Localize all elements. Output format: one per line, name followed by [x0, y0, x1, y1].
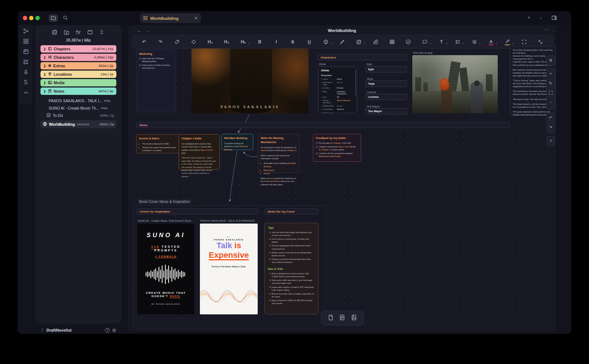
new-page-icon[interactable]: [328, 314, 334, 322]
canvas-area[interactable]: ← → Worldbuilding ··· ↶ ↷ H₂ H₃ Hₙ▾ B I …: [128, 25, 556, 332]
underline-icon[interactable]: U: [305, 38, 313, 46]
redo-icon[interactable]: ↷: [156, 38, 165, 46]
format-paint-icon[interactable]: [173, 38, 181, 46]
file-row-suno-png[interactable]: SUNO AI - Create Music Th... PNG: [40, 104, 116, 112]
property-row[interactable]: ≡NameOlivia: [321, 78, 355, 80]
expand-collapse-icon[interactable]: [99, 29, 105, 35]
text-document-icon[interactable]: [339, 314, 345, 322]
note-editor-feedback[interactable]: Feedback by my Editor Fix the pace in Ch…: [313, 134, 361, 162]
note-meridian-building[interactable]: Meridian Building Complete writing the b…: [221, 134, 253, 150]
canvas-help-icon[interactable]: ?: [547, 136, 555, 146]
chevron-right-icon[interactable]: ❯: [43, 73, 46, 76]
chevron-right-icon[interactable]: ❯: [43, 81, 46, 85]
gear-icon[interactable]: ⚙: [547, 56, 555, 65]
zoom-in-icon[interactable]: +: [547, 69, 555, 78]
right-sidebar-toggle-icon[interactable]: [551, 15, 557, 22]
help-icon[interactable]: ?: [105, 328, 110, 333]
microphone-icon[interactable]: [23, 69, 29, 75]
talk-is-expensive-cover-image[interactable]: BY PANOS SAKALAKIS Talk is Expensive The…: [200, 224, 258, 314]
file-row-todo[interactable]: To-Do 168w | 1p: [40, 112, 116, 119]
checkbox[interactable]: [316, 142, 318, 144]
lucious-character-card[interactable]: Lucious: [366, 94, 407, 100]
checkbox[interactable]: [316, 146, 318, 148]
property-row[interactable]: ≡Family MembersRaven Martinez: [321, 99, 355, 104]
search-button[interactable]: [61, 14, 69, 22]
window-stack-icon[interactable]: [87, 29, 93, 35]
font-color-icon[interactable]: A▾: [487, 38, 495, 46]
aria-and-jo-image[interactable]: [412, 55, 498, 113]
zoom-window-button[interactable]: [35, 16, 40, 20]
sort-ascending-icon[interactable]: [75, 29, 81, 35]
todo-item[interactable]: I need to fix the connection between Bla…: [316, 152, 358, 158]
comment-icon[interactable]: ▾: [421, 38, 429, 46]
compose-icon[interactable]: [52, 29, 58, 35]
chevron-right-icon[interactable]: ❯: [43, 56, 46, 59]
table-icon[interactable]: [388, 38, 396, 46]
add-property-button[interactable]: + Add property: [321, 112, 355, 114]
panos-cover-image[interactable]: PANOS SAKALAKIS: [191, 49, 308, 113]
sidebar-section-characters[interactable]: ❯ Characters 4,399w | 15p: [40, 54, 116, 61]
reset-view-icon[interactable]: ↻: [547, 78, 555, 88]
task-check-icon[interactable]: [404, 38, 412, 46]
workspace-switcher-icon[interactable]: [40, 328, 44, 333]
strikethrough-icon[interactable]: S: [289, 38, 297, 46]
undo-icon[interactable]: ↶: [140, 38, 148, 46]
sidebar-section-chapters[interactable]: ❯ Chapters 13,927w | 47p: [40, 45, 116, 53]
code-icon[interactable]: <%: [23, 90, 29, 96]
pen-icon[interactable]: [338, 38, 346, 46]
eraser-icon[interactable]: [190, 38, 198, 46]
block-type-cube-icon[interactable]: ▾: [322, 38, 330, 46]
marketing-note[interactable]: Marketing Start with the 4 Phases Market…: [136, 50, 176, 112]
flow-icon[interactable]: [23, 28, 29, 34]
chevron-right-icon[interactable]: ❯: [43, 64, 46, 68]
new-tab-button[interactable]: +: [528, 15, 530, 20]
todo-item[interactable]: Fix the pace in Chapter 2 line 132.: [316, 142, 358, 145]
heading2-icon[interactable]: H₂: [206, 38, 214, 46]
files-button[interactable]: [49, 14, 58, 22]
new-folder-icon[interactable]: [64, 29, 70, 35]
italic-icon[interactable]: I: [272, 38, 280, 46]
sidebar-section-media[interactable]: ❯ Media: [40, 79, 116, 86]
file-row-panos-png[interactable]: PANOS SAKALAKIS - TALK I... PNG: [40, 97, 116, 104]
binary-icon[interactable]: 0110: [23, 79, 29, 85]
minimize-window-button[interactable]: [29, 16, 33, 20]
collapse-layout-icon[interactable]: [536, 38, 544, 46]
note-chapter3-edits[interactable]: Chapter 3 Edits I've highlighted the sec…: [179, 134, 220, 170]
bold-icon[interactable]: B: [256, 38, 264, 46]
checklist-icon[interactable]: [23, 59, 29, 65]
dashboard-grid-icon[interactable]: [23, 38, 29, 44]
property-row[interactable]: ≡GenderFemale: [321, 87, 355, 89]
property-row[interactable]: ≡RoleImportant Characters: [321, 90, 355, 95]
align-icon[interactable]: ▾: [470, 38, 479, 46]
checkbox[interactable]: [139, 58, 141, 60]
undo-icon[interactable]: ↶: [547, 113, 555, 122]
cover-tips-note[interactable]: Tips Use one bold focal image that captu…: [264, 223, 318, 314]
card-scrollbar[interactable]: [355, 70, 356, 96]
highlight-icon[interactable]: ▾: [504, 38, 512, 46]
note-edit-icon[interactable]: ▾: [355, 38, 363, 46]
todo-item[interactable]: I haven't mentioned Jason Chen family. I…: [316, 146, 358, 151]
kyle-character-card[interactable]: Kyle: [366, 66, 407, 72]
card-view-icon[interactable]: [23, 49, 29, 54]
sidebar-section-locations[interactable]: ❯ Locations 13w | 1p: [40, 71, 116, 78]
checkbox[interactable]: [316, 153, 318, 154]
more-options-icon[interactable]: ···: [543, 26, 549, 32]
checkbox[interactable]: [139, 64, 141, 66]
property-row[interactable]: ≡RelationshipEmpty: [321, 105, 355, 107]
close-tab-icon[interactable]: ✕: [194, 16, 198, 21]
text-style-icon[interactable]: T°▾: [437, 38, 445, 46]
image-document-icon[interactable]: [351, 314, 357, 322]
fit-view-icon[interactable]: [547, 88, 555, 97]
todo-item[interactable]: Keep notes of what's working and what is…: [139, 64, 173, 69]
notes-section-header[interactable]: Notes: [136, 122, 510, 128]
suno-cover-image[interactable]: SUNO AI 110 TESTED PROMPTS + FORMULA CRE…: [137, 224, 194, 314]
property-row[interactable]: ≡Nickname / AliasEmpty: [321, 81, 355, 86]
bullet-list-icon[interactable]: ▾: [454, 38, 462, 46]
veya-character-card[interactable]: Veya: [366, 81, 407, 87]
book-cover-section-title[interactable]: Book Cover Ideas & Inspiration: [137, 199, 192, 204]
chevron-right-icon[interactable]: ❯: [43, 47, 46, 51]
heading-n-icon[interactable]: Hₙ▾: [239, 38, 247, 46]
heading3-icon[interactable]: H₃: [223, 38, 231, 46]
property-row[interactable]: ≡OccupationSurvivor: [321, 108, 355, 110]
sidebar-section-extras[interactable]: ❯ ✳ Extras 531w | 2p: [40, 62, 116, 69]
